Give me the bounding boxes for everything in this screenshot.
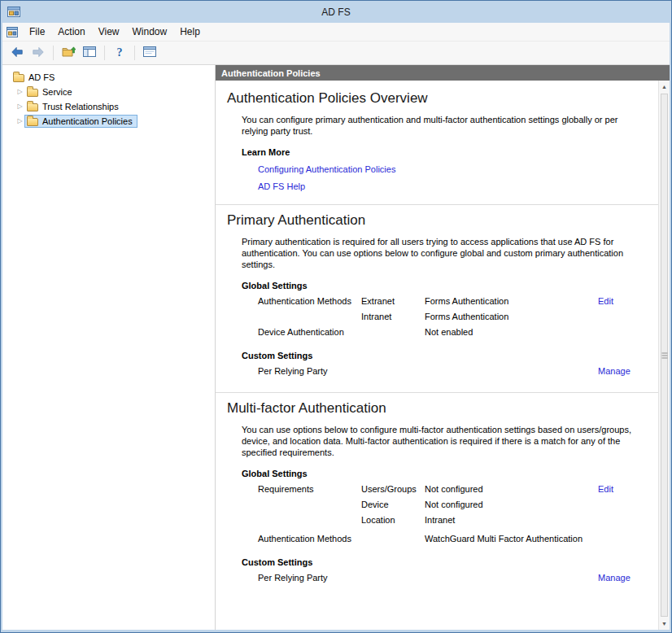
mfa-per-relying-party-row: Per Relying Party Manage [258,570,647,586]
empty-action [598,497,647,513]
primary-manage-link[interactable]: Manage [598,364,647,379]
tree-item-label: Service [42,87,72,97]
overview-title: Authentication Policies Overview [227,90,647,107]
scroll-down-arrow[interactable]: ▼ [659,618,670,630]
details-pane-header: Authentication Policies [216,65,670,81]
expander-icon[interactable]: ▷ [15,89,24,95]
mfa-global-settings-label: Global Settings [242,469,647,478]
forward-button[interactable] [28,44,48,63]
folder-icon [27,89,38,97]
setting-scope: Users/Groups [361,482,425,497]
setting-scope: Intranet [361,309,425,325]
tree-item-trust-relationships[interactable]: ▷ Trust Relationships [2,99,215,114]
vertical-scrollbar[interactable]: ▲ ▼ [658,81,670,630]
tree-item-service[interactable]: ▷ Service [2,85,215,99]
expander-icon[interactable]: ▷ [15,103,24,110]
mfa-custom-settings-label: Custom Settings [242,557,647,567]
empty-action [598,513,647,528]
title-bar: AD FS [2,1,670,23]
tree-item-label: Trust Relationships [42,102,119,111]
link-adfs-help[interactable]: AD FS Help [258,181,647,191]
learn-more-label: Learn More [242,147,647,157]
setting-value: Forms Authentication [425,309,598,325]
section-divider [216,204,658,205]
mfa-row-requirements: Requirements Users/Groups Not configured… [258,482,647,497]
folder-icon [27,118,38,126]
menu-window[interactable]: Window [126,24,174,40]
forward-icon [32,46,45,60]
scroll-up-arrow[interactable]: ▲ [659,81,670,93]
primary-custom-settings-label: Custom Settings [242,351,647,360]
primary-global-settings-label: Global Settings [242,281,647,290]
primary-authentication-description: Primary authentication is required for a… [242,236,640,270]
mfa-edit-link[interactable]: Edit [598,482,647,497]
setting-value: Intranet [425,513,598,528]
back-button[interactable] [7,44,27,63]
setting-label: Device Authentication [258,325,361,340]
setting-label [258,513,361,528]
primary-row-device-authentication: Device Authentication Not enabled [258,325,647,340]
toolbar: ? [2,41,670,65]
adfs-console-window: AD FS File Action View Window Help [0,0,672,633]
tree-item-adfs[interactable]: AD FS [2,70,215,85]
primary-authentication-title: Primary Authentication [227,212,647,229]
primary-per-relying-party-row: Per Relying Party Manage [258,364,647,379]
tree-item-authentication-policies[interactable]: ▷ Authentication Policies [2,114,215,129]
back-icon [11,46,24,60]
up-one-level-button[interactable] [59,44,78,63]
toolbar-separator [134,46,135,60]
main-area: AD FS ▷ Service ▷ Trust Relationships [2,65,670,630]
link-configuring-authentication-policies[interactable]: Configuring Authentication Policies [258,164,647,174]
help-icon: ? [117,46,123,59]
section-divider [216,392,658,393]
tree-item-label: AD FS [28,72,55,82]
details-pane: Authentication Policies Authentication P… [216,65,670,630]
empty-action [598,325,647,340]
setting-label: Authentication Methods [258,294,361,309]
folder-icon [27,103,38,111]
setting-value: WatchGuard Multi Factor Authentication [425,531,598,547]
menu-file[interactable]: File [23,24,51,40]
overview-description: You can configure primary authentication… [242,114,640,137]
primary-row-intranet: Intranet Forms Authentication [258,309,647,325]
console-window-icon [7,27,18,37]
scroll-thumb-grip [661,355,667,356]
setting-value: Forms Authentication [425,294,598,309]
help-button[interactable]: ? [110,44,129,63]
menu-help[interactable]: Help [173,24,207,40]
mfa-manage-link[interactable]: Manage [598,570,647,586]
setting-label: Per Relying Party [258,364,598,379]
console-tree: AD FS ▷ Service ▷ Trust Relationships [2,65,216,630]
console-body: File Action View Window Help [2,23,670,630]
new-window-button[interactable] [140,44,159,63]
setting-label: Requirements [258,482,361,497]
up-one-level-icon [62,46,76,60]
setting-label [258,309,361,325]
menu-view[interactable]: View [92,24,126,40]
scroll-thumb[interactable] [661,94,668,617]
mfa-row-location: Location Intranet [258,513,647,528]
toolbar-separator [104,46,105,60]
show-console-tree-button[interactable] [80,44,99,63]
new-window-icon [143,46,156,59]
setting-value: Not enabled [425,325,598,340]
setting-scope [361,325,425,340]
menu-action[interactable]: Action [51,24,91,40]
primary-row-authentication-methods: Authentication Methods Extranet Forms Au… [258,294,647,309]
mfa-row-device: Device Not configured [258,497,647,513]
setting-scope: Device [361,497,425,513]
menu-bar: File Action View Window Help [2,23,670,41]
setting-scope: Extranet [361,294,425,309]
setting-value: Not configured [425,497,598,513]
expander-icon[interactable]: ▷ [15,118,24,124]
folder-icon [13,74,24,82]
toolbar-separator [53,46,54,60]
setting-label [258,497,361,513]
primary-edit-link[interactable]: Edit [598,294,647,309]
mfa-title: Multi-factor Authentication [227,400,647,417]
tree-item-label: Authentication Policies [42,116,133,126]
setting-scope [361,531,425,547]
details-content: Authentication Policies Overview You can… [216,81,658,630]
setting-label: Authentication Methods [258,531,361,547]
empty-action [598,309,647,325]
